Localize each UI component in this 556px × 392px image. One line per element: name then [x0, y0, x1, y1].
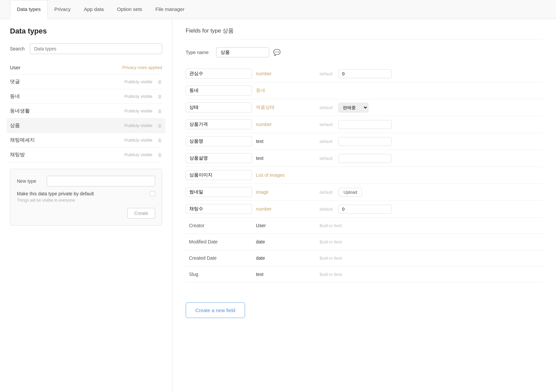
create-type-button[interactable]: Create: [127, 208, 155, 219]
field-name-cell: [186, 204, 252, 214]
type-name-field[interactable]: [216, 47, 269, 57]
builtin-label: Built-in field: [320, 239, 342, 244]
left-panel: Data types Search User Privacy rules app…: [0, 19, 172, 392]
field-default-label: default: [320, 105, 333, 110]
private-label: Make this data type private by default: [17, 191, 147, 196]
field-default-input[interactable]: [339, 69, 392, 78]
delete-type-icon[interactable]: 🗑: [157, 138, 162, 143]
type-visibility: Publicly visible 🗑: [124, 152, 162, 158]
type-row[interactable]: 채팅방 Publicly visible 🗑: [10, 148, 162, 162]
field-name-input[interactable]: [186, 204, 252, 214]
field-name-input[interactable]: [186, 170, 252, 180]
field-name-cell: [186, 136, 252, 146]
field-name-cell: [186, 170, 252, 180]
field-default-label: default: [320, 71, 333, 76]
private-hint: Things will be visible to everyone: [17, 198, 75, 203]
tab-data-types[interactable]: Data types: [10, 0, 48, 19]
type-row[interactable]: 채팅메세지 Publicly visible 🗑: [10, 133, 162, 148]
field-name-cell: Modified Date: [186, 237, 252, 246]
field-default-select[interactable]: 판매중 거래중 판매완료: [339, 103, 368, 112]
table-row: number default: [186, 65, 543, 82]
field-name-cell: [186, 153, 252, 163]
table-row: number default: [186, 201, 543, 218]
new-type-box: New type Make this data type private by …: [10, 169, 162, 226]
type-name-row: Type name 💬: [186, 47, 543, 57]
table-row: 동네: [186, 82, 543, 99]
table-row: Modified Date date Built-in field: [186, 234, 543, 250]
type-name-label: Type name: [186, 50, 212, 55]
field-default-input[interactable]: [339, 205, 392, 214]
type-name: 채팅방: [10, 152, 25, 158]
type-visibility: Publicly visible 🗑: [124, 123, 162, 128]
field-type-cell: number: [256, 71, 316, 76]
field-type-cell: date: [256, 255, 316, 261]
delete-type-icon[interactable]: 🗑: [157, 123, 162, 128]
field-default-label: default: [320, 139, 333, 144]
upload-button[interactable]: Upload: [339, 188, 362, 197]
field-type-cell: text: [256, 139, 316, 144]
type-visibility: Publicly visible 🗑: [124, 108, 162, 114]
delete-type-icon[interactable]: 🗑: [157, 79, 162, 85]
builtin-label: Built-in field: [320, 272, 342, 277]
field-name-cell: Creator: [186, 221, 252, 230]
field-name-input[interactable]: [186, 69, 252, 79]
search-input[interactable]: [30, 43, 162, 54]
delete-type-icon[interactable]: 🗑: [157, 152, 162, 158]
table-row: text default: [186, 150, 543, 167]
fields-title: Fields for type 상품: [186, 27, 543, 39]
new-type-label: New type: [17, 178, 43, 184]
field-type-cell: text: [256, 156, 316, 161]
type-visibility: Publicly visible 🗑: [124, 138, 162, 143]
private-checkbox[interactable]: [150, 191, 155, 196]
field-name-cell: [186, 187, 252, 197]
field-name-cell: [186, 86, 252, 96]
field-type-cell: 동네: [256, 88, 316, 94]
table-row: Slug text Built-in field: [186, 266, 543, 283]
table-row: 제품상태 default 판매중 거래중 판매완료: [186, 99, 543, 116]
field-name-static: Modified Date: [186, 237, 252, 246]
field-default-input[interactable]: [339, 120, 392, 129]
table-row: text default: [186, 133, 543, 150]
new-type-row: New type: [17, 176, 155, 186]
table-row: Creator User Built-in field: [186, 218, 543, 234]
field-name-input[interactable]: [186, 119, 252, 129]
type-visibility: Privacy rules applied: [122, 65, 162, 70]
field-default-label: default: [320, 122, 333, 127]
type-row[interactable]: 동네 Publicly visible 🗑: [10, 89, 162, 104]
field-type-cell: text: [256, 272, 316, 277]
type-row[interactable]: 댓글 Publicly visible 🗑: [10, 75, 162, 89]
field-name-static: Created Date: [186, 253, 252, 263]
type-row[interactable]: User Privacy rules applied: [10, 61, 162, 75]
field-name-input[interactable]: [186, 153, 252, 163]
comment-icon[interactable]: 💬: [273, 49, 280, 56]
panel-title: Data types: [10, 27, 162, 35]
field-name-input[interactable]: [186, 102, 252, 112]
tab-app-data[interactable]: App data: [77, 0, 110, 19]
type-row-selected[interactable]: 상품 Publicly visible 🗑: [7, 118, 165, 133]
type-name: User: [10, 65, 21, 70]
field-default-input[interactable]: [339, 154, 392, 163]
private-text: Make this data type private by default T…: [17, 191, 147, 203]
new-type-input[interactable]: [47, 176, 155, 186]
type-row[interactable]: 동네생활 Publicly visible 🗑: [10, 104, 162, 118]
main-content: Data types Search User Privacy rules app…: [0, 19, 556, 392]
builtin-label: Built-in field: [320, 223, 342, 228]
field-name-input[interactable]: [186, 86, 252, 96]
tab-option-sets[interactable]: Option sets: [110, 0, 149, 19]
field-name-input[interactable]: [186, 136, 252, 146]
create-field-button[interactable]: Create a new field: [186, 302, 245, 318]
field-name-input[interactable]: [186, 187, 252, 197]
table-row: Created Date date Built-in field: [186, 250, 543, 266]
tab-file-manager[interactable]: File manager: [149, 0, 191, 19]
field-name-cell: [186, 69, 252, 79]
type-list: User Privacy rules applied 댓글 Publicly v…: [10, 61, 162, 162]
field-default-label: default: [320, 207, 333, 212]
field-type-cell: number: [256, 122, 316, 127]
private-row: Make this data type private by default T…: [17, 191, 155, 203]
delete-type-icon[interactable]: 🗑: [157, 108, 162, 114]
field-name-static: Slug: [186, 270, 252, 279]
delete-type-icon[interactable]: 🗑: [157, 94, 162, 99]
type-visibility: Publicly visible 🗑: [124, 79, 162, 85]
field-default-input[interactable]: [339, 137, 392, 146]
tab-privacy[interactable]: Privacy: [48, 0, 77, 19]
